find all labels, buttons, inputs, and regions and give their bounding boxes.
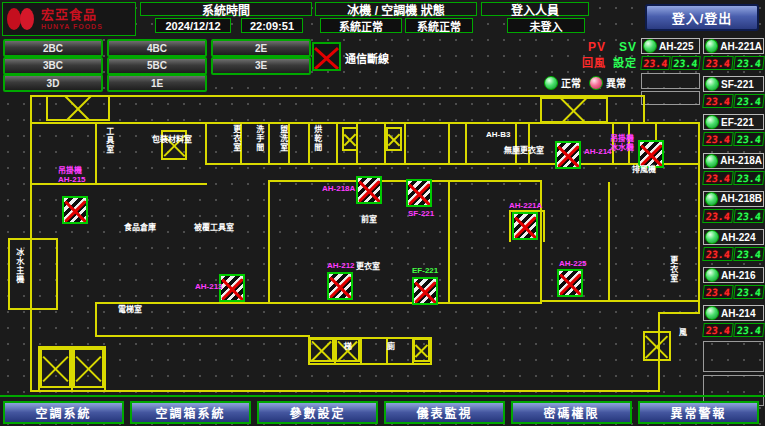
unit-sv-value: 23.4 — [733, 56, 764, 70]
floor-select-button[interactable]: 3E — [211, 57, 311, 75]
floor-select-button[interactable]: 3BC — [3, 57, 103, 75]
stairs-hatch-icon — [309, 338, 334, 362]
unit-title[interactable]: AH-218A — [703, 153, 764, 169]
unit-comm-loss-marker[interactable] — [638, 140, 664, 168]
sv-row-label: 設定 — [613, 54, 637, 70]
stairs-hatch-icon — [73, 348, 104, 388]
unit-title[interactable]: SF-221 — [703, 76, 764, 92]
unit-values: 23.4 23.4 — [641, 56, 700, 70]
unit-map-label[interactable]: AH-214 — [584, 147, 612, 156]
unit-map-label[interactable]: 吊掛機 AH-215 — [58, 166, 86, 184]
unit-comm-loss-marker[interactable] — [327, 272, 353, 300]
unit-pv-value: 23.4 — [702, 56, 733, 70]
unit-title[interactable]: AH-216 — [703, 267, 764, 283]
room-label: 盥洗室 — [278, 125, 287, 152]
unit-map-label[interactable]: AH-218A — [322, 184, 355, 193]
wall-segment — [308, 363, 432, 365]
unit-title[interactable]: AH-221A — [703, 38, 764, 54]
unit-title[interactable]: AH-218B — [703, 191, 764, 207]
room-label: 無塵更衣室 — [504, 147, 544, 156]
unit-comm-loss-marker[interactable] — [356, 176, 382, 204]
unit-name: AH-218B — [720, 193, 762, 204]
unit-comm-loss-marker[interactable] — [412, 277, 438, 305]
wall-segment — [95, 122, 97, 185]
room-label: 工具室 — [104, 127, 113, 154]
wall-segment — [509, 210, 511, 242]
nav-button[interactable]: 異常警報 — [638, 401, 759, 424]
wall-segment — [8, 238, 58, 240]
login-logout-button[interactable]: 登入/登出 — [645, 4, 759, 31]
unit-title[interactable]: AH-224 — [703, 229, 764, 245]
wall-segment — [430, 337, 432, 363]
room-label: 電梯室 — [118, 306, 146, 315]
unit-status-led-icon — [705, 154, 718, 168]
floor-select-button[interactable]: 2BC — [3, 39, 103, 57]
wall-segment — [205, 163, 700, 165]
stairs-hatch-icon — [342, 127, 358, 151]
wall-segment — [104, 346, 106, 390]
unit-pv-value: 23.4 — [702, 285, 733, 299]
stairs-hatch-icon — [413, 338, 430, 362]
normal-led-icon — [544, 76, 558, 90]
floor-select-button[interactable]: 2E — [211, 39, 311, 57]
unit-status-led-icon — [705, 306, 719, 320]
wall-segment — [528, 122, 530, 165]
nav-button[interactable]: 空調系統 — [3, 401, 124, 424]
unit-comm-loss-marker[interactable] — [62, 196, 88, 224]
unit-sv-value: 23.4 — [733, 132, 764, 146]
wall-segment — [205, 122, 207, 165]
sv-label: SV — [619, 40, 637, 54]
wall-segment — [540, 180, 542, 302]
unit-comm-loss-marker[interactable] — [555, 141, 581, 169]
unit-values: 23.4 23.4 — [703, 209, 764, 223]
floor-select-button[interactable]: 1E — [107, 74, 207, 92]
room-label: 更衣室 — [356, 263, 380, 272]
unit-map-label[interactable]: AH-212 — [327, 261, 355, 270]
unit-pv-value: 23.4 — [702, 171, 733, 185]
unit-status-led-icon — [705, 77, 719, 91]
empty-unit-slot — [703, 341, 764, 372]
nav-button[interactable]: 參數設定 — [257, 401, 378, 424]
wall-segment — [268, 180, 270, 304]
unit-status-led-icon — [705, 230, 719, 244]
wall-segment — [608, 182, 610, 300]
unit-map-label[interactable]: AH-221A — [509, 201, 542, 210]
legend-abnormal: 異常 — [589, 75, 626, 90]
unit-sv-value: 23.4 — [733, 94, 764, 108]
wall-segment — [8, 238, 10, 310]
room-label: 食品倉庫 — [124, 224, 156, 233]
unit-comm-loss-marker[interactable] — [557, 269, 583, 297]
floor-select-button[interactable]: 3D — [3, 74, 103, 92]
unit-name: SF-221 — [721, 79, 754, 90]
nav-button[interactable]: 密碼權限 — [511, 401, 632, 424]
unit-sv-value: 23.4 — [733, 247, 764, 261]
unit-map-label[interactable]: AH-213 — [195, 282, 223, 291]
nav-button[interactable]: 儀表監視 — [384, 401, 505, 424]
unit-status-led-icon — [705, 115, 719, 129]
bottom-nav-bar: 空調系統空調箱系統參數設定儀表監視密碼權限異常警報 — [3, 401, 759, 424]
unit-sv-value: 23.4 — [733, 323, 764, 337]
unit-map-label[interactable]: SF-221 — [408, 209, 434, 218]
unit-comm-loss-marker[interactable] — [512, 212, 538, 240]
floor-select-button[interactable]: 4BC — [107, 39, 207, 57]
unit-title[interactable]: EF-221 — [703, 114, 764, 130]
login-person-label: 登入人員 — [481, 2, 589, 16]
unit-map-label[interactable]: EF-221 — [412, 266, 438, 275]
wall-segment — [698, 122, 700, 314]
system-date-value: 2024/12/12 — [155, 18, 231, 33]
unit-title[interactable]: AH-214 — [703, 305, 764, 321]
wall-segment — [268, 180, 542, 182]
unit-map-label[interactable]: 吊掛機 冰水機 — [610, 134, 634, 152]
nav-button[interactable]: 空調箱系統 — [130, 401, 251, 424]
unit-title[interactable]: AH-225 — [641, 38, 700, 54]
unit-comm-loss-marker[interactable] — [406, 179, 432, 207]
wall-segment — [56, 238, 58, 310]
wall-segment — [543, 210, 545, 242]
system-time-label: 系統時間 — [140, 2, 312, 16]
floor-select-button[interactable]: 5BC — [107, 57, 207, 75]
unit-map-label[interactable]: AH-225 — [559, 259, 587, 268]
comm-loss-label: 通信斷線 — [345, 50, 389, 66]
wall-segment — [515, 122, 517, 165]
unit-pv-value: 23.4 — [702, 94, 733, 108]
room-label: 被覆工具室 — [194, 224, 234, 233]
